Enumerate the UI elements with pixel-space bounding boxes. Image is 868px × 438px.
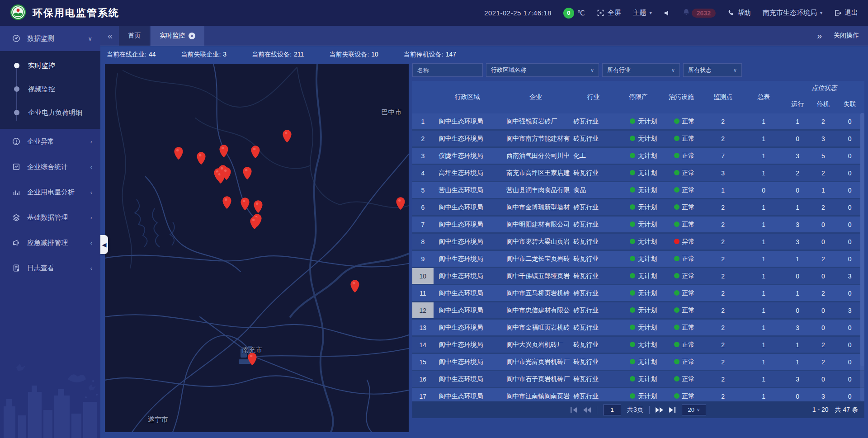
sidebar-subitem[interactable]: 实时监控 bbox=[0, 54, 100, 77]
table-row[interactable]: 4高坪生态环境局南充市高坪区王家店建砖瓦行业无计划正常31220 bbox=[412, 165, 864, 182]
cell-points: 2 bbox=[703, 371, 744, 388]
logout-button[interactable]: 退出 bbox=[834, 9, 858, 17]
status-dot-green-icon bbox=[674, 325, 679, 330]
chevron-down-icon: ∨ bbox=[733, 67, 737, 73]
map-city-label: 巴中市 bbox=[382, 108, 402, 117]
cell-limit-status: 无计划 bbox=[616, 130, 660, 147]
cell-industry: 砖瓦行业 bbox=[571, 113, 616, 130]
pagination-summary: 1 - 20 共 47 条 bbox=[812, 406, 858, 414]
industry-filter-select[interactable]: 所有行业 ∨ bbox=[602, 63, 680, 77]
cell-company: 南充市高坪区王家店建 bbox=[501, 165, 571, 182]
content-area: 当前在线企业:44当前失联企业:3当前在线设备:211当前失联设备:10当前停机… bbox=[100, 46, 868, 438]
cell-stop: 2 bbox=[811, 165, 835, 182]
cell-stop: 3 bbox=[811, 388, 835, 402]
map-pin-icon[interactable] bbox=[282, 129, 292, 143]
sidebar-item[interactable]: 应急减排管理‹ bbox=[0, 230, 100, 255]
page-number-input[interactable] bbox=[603, 405, 621, 415]
table-row[interactable]: 14阆中生态环境局阆中大兴页岩机砖厂砖瓦行业无计划正常21120 bbox=[412, 336, 864, 353]
table-row[interactable]: 3仪陇生态环境局西南油气田分公司川中化工无计划正常71350 bbox=[412, 147, 864, 165]
map-pin-icon[interactable] bbox=[240, 197, 250, 211]
sidebar: 数据监测∨实时监控视频监控企业电力负荷明细企业异常‹企业综合统计‹企业用电量分析… bbox=[0, 26, 100, 438]
cell-region: 营山生态环境局 bbox=[434, 182, 501, 199]
table-row[interactable]: 10阆中生态环境局阆中千佛镇五郎垭页岩砖瓦行业无计划正常21003 bbox=[412, 268, 864, 285]
map-pin-icon[interactable] bbox=[222, 196, 232, 209]
stat-value: 147 bbox=[446, 51, 456, 58]
row-index: 15 bbox=[412, 353, 434, 371]
table-row[interactable]: 6阆中生态环境局阆中市金博瑞新型墙材砖瓦行业无计划正常21120 bbox=[412, 199, 864, 216]
table-scrollbar[interactable] bbox=[860, 113, 864, 401]
sidebar-item[interactable]: 企业综合统计‹ bbox=[0, 154, 100, 179]
prev-page-button[interactable] bbox=[583, 407, 591, 413]
tabs-scroll-left-icon[interactable]: « bbox=[100, 26, 119, 46]
cell-region: 阆中生态环境局 bbox=[434, 130, 501, 147]
map-pin-icon[interactable] bbox=[350, 279, 360, 293]
tabs-scroll-right-icon[interactable]: » bbox=[817, 31, 822, 41]
close-operations-button[interactable]: 关闭操作 bbox=[834, 32, 859, 40]
datetime-label: 2021-02-25 17:46:18 bbox=[484, 9, 552, 17]
status-filter-select[interactable]: 所有状态 ∨ bbox=[683, 63, 742, 77]
map-pin-icon[interactable] bbox=[196, 151, 206, 165]
cell-facility-status: 正常 bbox=[660, 216, 703, 233]
tab-realtime-monitor[interactable]: 实时监控 × bbox=[151, 26, 204, 46]
sidebar-item[interactable]: 数据监测∨ bbox=[0, 26, 100, 51]
table-row[interactable]: 5营山生态环境局营山县润丰肉食品有限食品无计划正常10010 bbox=[412, 182, 864, 199]
table-row[interactable]: 11阆中生态环境局阆中市五马桥页岩机砖砖瓦行业无计划正常21120 bbox=[412, 285, 864, 302]
first-page-button[interactable] bbox=[571, 407, 577, 413]
tab-close-icon[interactable]: × bbox=[189, 33, 195, 39]
table-row[interactable]: 9阆中生态环境局阆中市二龙长宝页岩砖砖瓦行业无计划正常21120 bbox=[412, 250, 864, 268]
map-pin-icon[interactable] bbox=[396, 197, 406, 210]
map-pin-icon[interactable] bbox=[250, 216, 259, 230]
speaker-icon bbox=[664, 9, 671, 17]
table-scrollbar-thumb[interactable] bbox=[860, 113, 864, 366]
cell-industry: 砖瓦行业 bbox=[571, 199, 616, 216]
name-filter-input[interactable] bbox=[412, 63, 483, 77]
sidebar-item-label: 企业综合统计 bbox=[27, 163, 68, 171]
temperature-unit: ℃ bbox=[577, 9, 585, 17]
stat-item: 当前失联设备:10 bbox=[329, 51, 378, 59]
table-row[interactable]: 15阆中生态环境局阆中市光富页岩机砖厂砖瓦行业无计划正常21120 bbox=[412, 353, 864, 371]
status-dot-green-icon bbox=[674, 393, 679, 399]
cell-stop: 0 bbox=[811, 268, 835, 285]
cell-region: 阆中生态环境局 bbox=[434, 302, 501, 319]
map-pin-icon[interactable] bbox=[222, 167, 231, 180]
sidebar-subitem[interactable]: 企业电力负荷明细 bbox=[0, 101, 100, 124]
sidebar-item[interactable]: 企业异常‹ bbox=[0, 129, 100, 154]
stat-value: 10 bbox=[371, 51, 378, 58]
map-pin-icon[interactable] bbox=[253, 200, 263, 213]
sidebar-subitem[interactable]: 视频监控 bbox=[0, 77, 100, 101]
row-index: 17 bbox=[412, 388, 434, 402]
status-dot-green-icon bbox=[674, 359, 679, 364]
table-row[interactable]: 7阆中生态环境局阆中明阳建材有限公司砖瓦行业无计划正常21300 bbox=[412, 216, 864, 233]
map-pin-icon[interactable] bbox=[247, 352, 257, 366]
next-page-button[interactable] bbox=[656, 407, 663, 413]
tab-home[interactable]: 首页 bbox=[119, 26, 150, 46]
table-row[interactable]: 12阆中生态环境局阆中市忠信建材有限公砖瓦行业无计划正常21003 bbox=[412, 302, 864, 319]
fullscreen-button[interactable]: 全屏 bbox=[597, 9, 621, 17]
sidebar-item[interactable]: 基础数据管理‹ bbox=[0, 205, 100, 230]
sidebar-item[interactable]: 日志查看‹ bbox=[0, 255, 100, 281]
region-filter-select[interactable]: 行政区域名称 ∨ bbox=[486, 63, 599, 77]
map-pin-icon[interactable] bbox=[219, 144, 229, 158]
help-button[interactable]: 帮助 bbox=[727, 9, 751, 17]
table-row[interactable]: 13阆中生态环境局阆中市金福旺页岩机砖砖瓦行业无计划正常21300 bbox=[412, 319, 864, 336]
table-row[interactable]: 16阆中生态环境局阆中市石子页岩机砖厂砖瓦行业无计划正常21300 bbox=[412, 371, 864, 388]
map-pin-icon[interactable] bbox=[242, 166, 252, 180]
table-row[interactable]: 8阆中生态环境局阆中市枣碧大梁山页岩砖瓦行业无计划异常21300 bbox=[412, 233, 864, 250]
table-row[interactable]: 2阆中生态环境局阆中市南方节能建材有砖瓦行业无计划正常21030 bbox=[412, 130, 864, 147]
cell-limit-status: 无计划 bbox=[616, 353, 660, 371]
sidebar-item[interactable]: 企业用电量分析‹ bbox=[0, 179, 100, 205]
log-icon bbox=[12, 264, 21, 273]
table-row[interactable]: 17阆中生态环境局阆中市江南镇阆南页岩砖瓦行业无计划正常21030 bbox=[412, 388, 864, 402]
sound-button[interactable] bbox=[664, 9, 671, 17]
theme-dropdown[interactable]: 主题 ▾ bbox=[633, 9, 652, 17]
map-pin-icon[interactable] bbox=[174, 146, 184, 160]
user-dropdown[interactable]: 南充市生态环境局 ▾ bbox=[763, 9, 822, 17]
map-panel[interactable]: 巴中市南充市遂宁市 bbox=[105, 64, 409, 432]
page-size-select[interactable]: 20 ∨ bbox=[682, 405, 706, 415]
last-page-button[interactable] bbox=[669, 407, 676, 413]
cell-limit-status: 无计划 bbox=[616, 165, 660, 182]
map-pin-icon[interactable] bbox=[250, 145, 260, 159]
notifications-button[interactable]: 2632 bbox=[683, 9, 716, 18]
sidebar-collapse-handle[interactable]: ◀ bbox=[100, 235, 108, 254]
table-row[interactable]: 1阆中生态环境局阆中强锐页岩砖厂砖瓦行业无计划正常21120 bbox=[412, 113, 864, 130]
